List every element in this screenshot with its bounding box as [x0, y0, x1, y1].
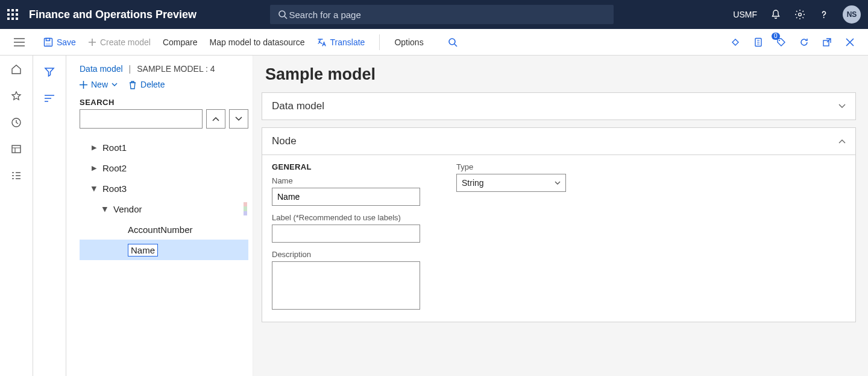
gear-icon[interactable] — [794, 9, 805, 20]
save-button[interactable]: Save — [43, 37, 76, 47]
breadcrumb: Data model | SAMPLE MODEL : 4 — [80, 64, 248, 74]
label-field[interactable] — [272, 225, 420, 243]
delete-label: Delete — [140, 80, 165, 89]
panel-node-body: GENERAL Name Label (*Recommended to use … — [262, 155, 855, 322]
panel-data-model-title: Data model — [272, 100, 324, 112]
workspace-icon[interactable] — [11, 144, 22, 155]
svg-point-0 — [279, 11, 285, 17]
tree-node-name[interactable]: Name — [80, 240, 248, 260]
tree-toolbar: New Delete — [80, 80, 248, 89]
svg-point-2 — [799, 13, 802, 16]
refresh-icon[interactable] — [798, 36, 810, 48]
toolbar-search-button[interactable] — [448, 37, 458, 47]
description-field[interactable] — [272, 261, 420, 310]
save-label: Save — [57, 37, 76, 47]
create-model-label: Create model — [100, 37, 151, 47]
left-rail — [0, 56, 33, 376]
search-prev-button[interactable] — [206, 109, 225, 129]
tree-column: Data model | SAMPLE MODEL : 4 New Delete… — [66, 56, 253, 376]
chevron-down-icon — [555, 181, 561, 185]
user-avatar[interactable]: NS — [843, 5, 861, 24]
label-field-label: Label (*Recommended to use labels) — [272, 213, 420, 222]
delete-button[interactable]: Delete — [128, 80, 165, 89]
search-icon — [277, 9, 288, 20]
app-launcher-icon[interactable] — [7, 9, 18, 20]
panel-data-model: Data model — [262, 92, 856, 120]
tree-node-root1[interactable]: ▶ Root1 — [80, 137, 248, 158]
svg-line-8 — [454, 44, 457, 46]
svg-line-1 — [285, 16, 287, 19]
name-field-label: Name — [272, 176, 420, 185]
bell-icon[interactable] — [770, 9, 781, 20]
new-button[interactable]: New — [80, 80, 118, 89]
breadcrumb-datamodel-link[interactable]: Data model — [80, 64, 123, 74]
top-nav: Finance and Operations Preview USMF NS — [0, 0, 868, 29]
new-label: New — [91, 80, 108, 89]
chevron-up-icon — [838, 139, 846, 144]
tree-search-input[interactable] — [80, 109, 203, 129]
map-model-button[interactable]: Map model to datasource — [210, 37, 305, 47]
document-icon[interactable] — [752, 36, 764, 48]
company-indicator[interactable]: USMF — [733, 10, 757, 19]
command-bar-right: 0 — [729, 36, 862, 48]
breadcrumb-separator: | — [129, 64, 131, 74]
search-label: SEARCH — [80, 98, 248, 107]
svg-point-3 — [823, 17, 825, 18]
extension-icon[interactable] — [729, 36, 741, 48]
content-area: Sample model Data model Node GENERAL Nam… — [253, 56, 868, 376]
map-model-label: Map model to datasource — [210, 37, 305, 47]
tag-badge: 0 — [772, 33, 780, 40]
tree: ▶ Root1 ▶ Root2 ▶ Root3 ▶ Vendor Account… — [80, 137, 248, 260]
translate-button[interactable]: Translate — [317, 37, 365, 47]
translate-label: Translate — [330, 37, 365, 47]
tree-node-root3[interactable]: ▶ Root3 — [80, 178, 248, 199]
filter-icon[interactable] — [44, 66, 55, 77]
caret-right-icon: ▶ — [90, 164, 98, 172]
chevron-down-icon — [112, 83, 118, 86]
global-search-input[interactable] — [288, 9, 607, 21]
global-search[interactable] — [270, 5, 614, 24]
app-title: Finance and Operations Preview — [29, 8, 197, 21]
svg-point-7 — [449, 39, 455, 45]
compare-button[interactable]: Compare — [163, 37, 198, 47]
filter-column — [33, 56, 66, 376]
nav-right: USMF NS — [733, 5, 861, 24]
panel-node-title: Node — [272, 135, 297, 147]
svg-point-10 — [779, 39, 780, 40]
sort-icon[interactable] — [44, 94, 55, 103]
popout-icon[interactable] — [821, 36, 833, 48]
search-next-button[interactable] — [229, 109, 248, 129]
nav-burger-icon[interactable] — [6, 38, 33, 46]
command-bar: Save Create model Compare Map model to d… — [0, 29, 868, 56]
options-button[interactable]: Options — [394, 37, 423, 47]
svg-rect-6 — [46, 43, 51, 46]
recent-icon[interactable] — [11, 117, 22, 128]
type-select-value: String — [462, 178, 484, 188]
tag-icon[interactable]: 0 — [775, 36, 787, 48]
home-icon[interactable] — [11, 64, 22, 75]
name-field[interactable] — [272, 188, 420, 206]
type-select[interactable]: String — [456, 174, 566, 192]
close-icon[interactable] — [844, 36, 856, 48]
compare-label: Compare — [163, 37, 198, 47]
options-label: Options — [394, 37, 423, 47]
star-icon[interactable] — [11, 91, 22, 101]
panel-node: Node GENERAL Name Label (*Recommended to… — [262, 127, 856, 322]
page-title: Sample model — [265, 65, 856, 84]
tree-node-vendor[interactable]: ▶ Vendor — [80, 199, 248, 219]
create-model-button[interactable]: Create model — [88, 37, 151, 47]
svg-rect-13 — [12, 145, 20, 153]
tree-search-row — [80, 109, 248, 129]
modules-icon[interactable] — [11, 170, 22, 181]
help-icon[interactable] — [819, 9, 829, 20]
description-field-label: Description — [272, 250, 420, 259]
drag-grip-icon[interactable] — [244, 202, 247, 215]
panel-node-header[interactable]: Node — [262, 128, 855, 155]
breadcrumb-current: SAMPLE MODEL : 4 — [137, 64, 215, 74]
tree-node-root2[interactable]: ▶ Root2 — [80, 158, 248, 178]
panel-data-model-header[interactable]: Data model — [262, 93, 855, 119]
caret-right-icon: ▶ — [90, 144, 98, 151]
tree-node-accountnumber[interactable]: AccountNumber — [80, 219, 248, 240]
svg-rect-5 — [46, 38, 50, 40]
chevron-down-icon — [838, 104, 846, 109]
